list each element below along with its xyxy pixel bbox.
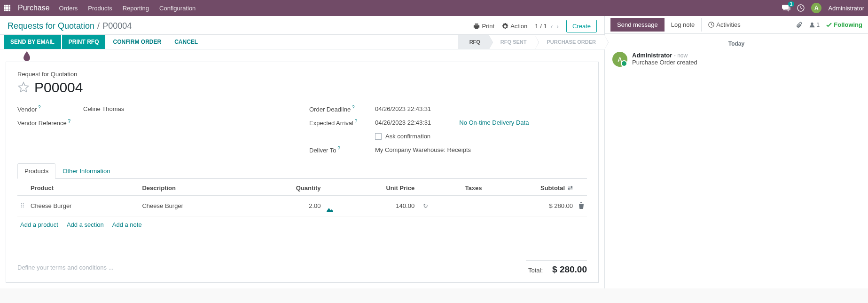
help-icon[interactable]: ? xyxy=(351,105,354,110)
breadcrumb-current: P00004 xyxy=(102,21,132,31)
create-button[interactable]: Create xyxy=(566,20,597,32)
drip-icon xyxy=(23,51,31,62)
col-product: Product xyxy=(28,181,139,196)
pager-next[interactable]: › xyxy=(556,23,559,30)
arrival-label: Expected Arrival xyxy=(309,120,353,127)
forecast-icon[interactable] xyxy=(327,207,333,212)
check-icon xyxy=(826,22,832,28)
menu-reporting[interactable]: Reporting xyxy=(123,5,149,12)
breadcrumb-sep: / xyxy=(97,21,100,31)
deadline-value[interactable]: 04/26/2023 22:43:31 xyxy=(375,105,431,112)
print-icon xyxy=(473,23,480,30)
table-row[interactable]: ⠿ Cheese Burger Cheese Burger 2.00 140.0… xyxy=(17,195,587,216)
cancel-button[interactable]: Cancel xyxy=(168,35,204,49)
help-icon[interactable]: ? xyxy=(67,119,70,124)
stage-rfq[interactable]: RFQ xyxy=(458,35,489,49)
statusbar: Send by Email Print RFQ Confirm Order Ca… xyxy=(0,34,604,49)
msg-time: - now xyxy=(674,52,688,59)
topbar: Purchase Orders Products Reporting Confi… xyxy=(0,0,868,16)
form-sheet: Request for Quotation P00004 Vendor ? Ce… xyxy=(6,62,599,283)
log-note-button[interactable]: Log note xyxy=(665,18,702,32)
star-icon[interactable] xyxy=(17,81,30,94)
cell-subtotal: $ 280.00 xyxy=(485,195,576,216)
tabs: Products Other Information xyxy=(17,163,587,179)
deliver-value[interactable]: My Company Warehouse: Receipts xyxy=(375,146,471,153)
cell-taxes[interactable] xyxy=(431,195,485,216)
breadcrumb: Requests for Quotation / P00004 xyxy=(8,21,132,31)
ask-confirmation-label: Ask confirmation xyxy=(385,133,430,140)
avatar[interactable]: A xyxy=(811,3,821,13)
action-button[interactable]: Action xyxy=(502,23,527,30)
col-subtotal: Subtotal xyxy=(540,184,565,191)
top-menu: Orders Products Reporting Configuration xyxy=(59,5,196,12)
cell-qty[interactable]: 2.00 xyxy=(251,195,324,216)
print-rfq-button[interactable]: Print RFQ xyxy=(62,35,106,49)
clock-icon xyxy=(708,22,714,28)
brand[interactable]: Purchase xyxy=(18,4,50,12)
arrival-value[interactable]: 04/26/2023 22:43:31 xyxy=(375,119,431,126)
help-icon[interactable]: ? xyxy=(37,105,40,110)
add-note-link[interactable]: Add a note xyxy=(112,221,142,228)
add-links: Add a product Add a section Add a note xyxy=(17,216,587,233)
person-icon xyxy=(809,22,815,28)
col-unit: Unit Price xyxy=(336,181,418,196)
pager: 1 / 1 ‹ › xyxy=(535,23,559,30)
menu-products[interactable]: Products xyxy=(88,5,112,12)
help-icon[interactable]: ? xyxy=(353,119,357,124)
following-button[interactable]: Following xyxy=(826,21,862,28)
add-section-link[interactable]: Add a section xyxy=(67,221,104,228)
terms-input[interactable]: Define your terms and conditions ... xyxy=(17,264,114,271)
vendor-value[interactable]: Celine Thomas xyxy=(83,105,124,112)
tab-products[interactable]: Products xyxy=(17,163,55,179)
username[interactable]: Administrator xyxy=(828,5,864,12)
drag-handle-icon[interactable]: ⠿ xyxy=(20,202,25,209)
clock-icon[interactable] xyxy=(797,4,805,12)
date-separator: Today xyxy=(612,40,860,47)
deliver-label: Deliver To xyxy=(309,147,336,154)
conversations-icon[interactable]: 1 xyxy=(782,4,790,12)
stage-rfq-sent[interactable]: RFQ Sent xyxy=(489,35,535,49)
send-by-email-button[interactable]: Send by Email xyxy=(4,35,61,49)
subtotal-options-icon[interactable]: ⇄ xyxy=(568,184,573,191)
stages: RFQ RFQ Sent Purchase Order xyxy=(458,35,604,49)
totals: Total: $ 280.00 xyxy=(526,260,587,275)
total-label: Total: xyxy=(528,267,543,274)
no-delivery-link[interactable]: No On-time Delivery Data xyxy=(459,119,529,126)
tab-other-info[interactable]: Other Information xyxy=(55,163,117,179)
followers-button[interactable]: 1 xyxy=(809,21,820,28)
send-message-button[interactable]: Send message xyxy=(610,18,665,32)
col-qty: Quantity xyxy=(251,181,324,196)
chatter: Send message Log note Activities 1 Follo… xyxy=(605,16,868,288)
trash-icon[interactable] xyxy=(579,202,584,209)
chat-count: 1 xyxy=(788,1,795,7)
help-icon[interactable]: ? xyxy=(336,146,340,151)
stage-purchase-order[interactable]: Purchase Order xyxy=(535,35,604,49)
order-lines-table: Product Description Quantity Unit Price … xyxy=(17,181,587,216)
add-product-link[interactable]: Add a product xyxy=(20,221,58,228)
pager-prev[interactable]: ‹ xyxy=(551,23,553,30)
confirm-order-button[interactable]: Confirm Order xyxy=(106,35,168,49)
total-value: $ 280.00 xyxy=(552,264,587,275)
menu-orders[interactable]: Orders xyxy=(59,5,78,12)
col-taxes: Taxes xyxy=(431,181,485,196)
cell-unit[interactable]: 140.00 xyxy=(336,195,418,216)
record-name: P00004 xyxy=(34,80,83,96)
refresh-price-icon[interactable]: ↻ xyxy=(423,202,428,209)
apps-icon[interactable] xyxy=(4,4,12,12)
cell-product[interactable]: Cheese Burger xyxy=(28,195,139,216)
control-panel: Requests for Quotation / P00004 Print Ac… xyxy=(0,16,604,34)
activities-button[interactable]: Activities xyxy=(701,18,747,32)
cell-description[interactable]: Cheese Burger xyxy=(139,195,250,216)
msg-author[interactable]: Administrator xyxy=(632,52,672,59)
col-description: Description xyxy=(139,181,250,196)
vendor-ref-label: Vendor Reference xyxy=(17,120,67,127)
menu-configuration[interactable]: Configuration xyxy=(159,5,195,12)
breadcrumb-root[interactable]: Requests for Quotation xyxy=(8,21,94,31)
deadline-label: Order Deadline xyxy=(309,106,351,113)
ask-confirmation-checkbox[interactable] xyxy=(375,133,382,140)
msg-body: Purchase Order created xyxy=(632,59,697,66)
attach-icon[interactable] xyxy=(796,21,802,29)
avatar[interactable]: A xyxy=(612,52,627,67)
pager-pos[interactable]: 1 / 1 xyxy=(535,23,547,30)
print-button[interactable]: Print xyxy=(473,23,494,30)
